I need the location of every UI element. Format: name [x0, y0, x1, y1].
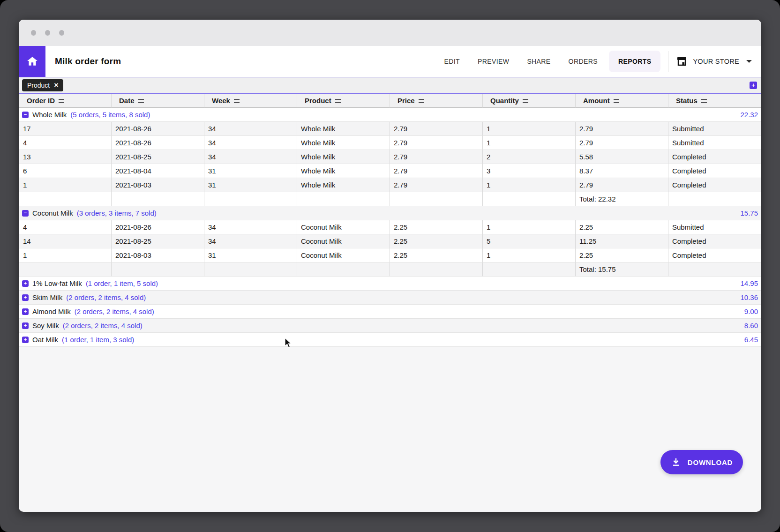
cell: Completed — [668, 164, 761, 178]
nav-item-preview[interactable]: PREVIEW — [471, 51, 516, 72]
app-header: Milk order form EDITPREVIEWSHAREORDERSRE… — [19, 46, 761, 77]
cell: 1 — [19, 248, 112, 262]
cell — [297, 262, 390, 277]
cell: 34 — [204, 136, 297, 150]
collapse-group-icon[interactable]: − — [22, 210, 29, 217]
download-icon — [671, 457, 681, 467]
cell — [668, 262, 761, 277]
cell: Whole Milk — [297, 164, 390, 178]
group-total-cell: Total: 15.75 — [576, 262, 668, 277]
group-name: 1% Low-fat Milk — [32, 279, 82, 287]
expand-group-icon[interactable]: + — [22, 280, 29, 287]
cell: 2021-08-04 — [112, 164, 204, 178]
column-header-order-id[interactable]: Order ID — [19, 94, 112, 108]
expand-group-icon[interactable]: + — [22, 322, 29, 329]
nav: EDITPREVIEWSHAREORDERSREPORTS — [438, 51, 661, 72]
collapse-group-icon[interactable]: − — [22, 112, 29, 118]
column-label: Quantity — [490, 97, 519, 105]
data-row: 142021-08-2534Coconut Milk2.25511.25Comp… — [19, 234, 761, 248]
group-amount: 14.95 — [740, 279, 758, 287]
nav-item-orders[interactable]: ORDERS — [562, 51, 604, 72]
cell: 5 — [483, 234, 576, 248]
cell — [483, 262, 576, 277]
group-name: Coconut Milk — [32, 209, 73, 217]
column-menu-icon[interactable] — [614, 99, 619, 103]
cell: 2.79 — [390, 178, 483, 192]
nav-item-share[interactable]: SHARE — [520, 51, 557, 72]
cell: 2021-08-25 — [112, 150, 204, 164]
cell: 2.79 — [390, 150, 483, 164]
column-menu-icon[interactable] — [59, 99, 64, 103]
column-menu-icon[interactable] — [335, 99, 341, 103]
window-dot-icon — [31, 30, 36, 36]
expand-group-icon[interactable]: + — [22, 337, 29, 343]
column-header-quantity[interactable]: Quantity — [483, 94, 576, 108]
cell: 2.25 — [576, 248, 668, 262]
cell — [19, 262, 112, 277]
group-summary: (3 orders, 3 items, 7 sold) — [77, 209, 157, 217]
cell — [668, 192, 761, 206]
column-menu-icon[interactable] — [234, 99, 240, 103]
cell: Coconut Milk — [297, 248, 390, 262]
column-menu-icon[interactable] — [419, 99, 424, 103]
column-menu-icon[interactable] — [523, 99, 528, 103]
data-row: 42021-08-2634Whole Milk2.7912.79Submitte… — [19, 136, 761, 150]
store-label: YOUR STORE — [693, 58, 739, 65]
cell: 1 — [483, 220, 576, 234]
download-button[interactable]: DOWNLOAD — [660, 450, 743, 474]
column-header-week[interactable]: Week — [204, 94, 297, 108]
cell: 34 — [204, 122, 297, 136]
cell: 3 — [483, 164, 576, 178]
group-row[interactable]: +Almond Milk(2 orders, 2 items, 4 sold)9… — [19, 305, 761, 319]
cell: Coconut Milk — [297, 220, 390, 234]
cell: 2.79 — [390, 164, 483, 178]
store-menu-button[interactable]: YOUR STORE — [676, 56, 752, 67]
column-menu-icon[interactable] — [701, 99, 707, 103]
data-row: 62021-08-0431Whole Milk2.7938.37Complete… — [19, 164, 761, 178]
group-row[interactable]: +Oat Milk(1 order, 1 item, 3 sold)6.45 — [19, 333, 761, 347]
home-button[interactable] — [19, 46, 45, 77]
cell — [19, 192, 112, 206]
group-row[interactable]: −Whole Milk(5 orders, 5 items, 8 sold)22… — [19, 108, 761, 122]
group-row[interactable]: −Coconut Milk(3 orders, 3 items, 7 sold)… — [19, 206, 761, 220]
group-summary: (1 order, 1 item, 3 sold) — [62, 336, 134, 344]
column-label: Order ID — [27, 97, 55, 105]
nav-item-reports[interactable]: REPORTS — [609, 51, 660, 72]
nav-item-edit[interactable]: EDIT — [438, 51, 467, 72]
expand-group-icon[interactable]: + — [22, 308, 29, 315]
cell — [390, 262, 483, 277]
add-filter-button[interactable]: + — [750, 82, 757, 89]
cell — [390, 192, 483, 206]
cell — [297, 192, 390, 206]
column-label: Price — [398, 97, 415, 105]
expand-group-icon[interactable]: + — [22, 294, 29, 301]
group-row[interactable]: +Skim Milk(2 orders, 2 items, 4 sold)10.… — [19, 291, 761, 305]
cell: 5.58 — [576, 150, 668, 164]
group-name: Soy Milk — [32, 322, 59, 330]
column-header-amount[interactable]: Amount — [576, 94, 668, 108]
column-menu-icon[interactable] — [138, 99, 144, 103]
group-row[interactable]: +1% Low-fat Milk(1 order, 1 item, 5 sold… — [19, 277, 761, 291]
column-label: Product — [305, 97, 331, 105]
filter-chip-product[interactable]: Product × — [22, 79, 63, 91]
cell: 1 — [483, 136, 576, 150]
group-summary: (1 order, 1 item, 5 sold) — [86, 279, 158, 287]
close-icon[interactable]: × — [54, 82, 58, 89]
column-label: Status — [676, 97, 698, 105]
cell: 11.25 — [576, 234, 668, 248]
column-header-date[interactable]: Date — [112, 94, 204, 108]
column-header-product[interactable]: Product — [297, 94, 390, 108]
column-label: Week — [212, 97, 230, 105]
home-icon — [26, 55, 38, 67]
group-summary: (2 orders, 2 items, 4 sold) — [63, 322, 142, 330]
total-row: Total: 15.75 — [19, 262, 761, 277]
cell: 34 — [204, 150, 297, 164]
window-dot-icon — [45, 30, 50, 36]
group-row[interactable]: +Soy Milk(2 orders, 2 items, 4 sold)8.60 — [19, 319, 761, 333]
column-header-price[interactable]: Price — [390, 94, 483, 108]
group-summary: (2 orders, 2 items, 4 sold) — [75, 307, 154, 315]
group-name: Almond Milk — [32, 307, 71, 315]
column-header-status[interactable]: Status — [668, 94, 761, 108]
cell: Whole Milk — [297, 178, 390, 192]
cell: 2.25 — [390, 234, 483, 248]
